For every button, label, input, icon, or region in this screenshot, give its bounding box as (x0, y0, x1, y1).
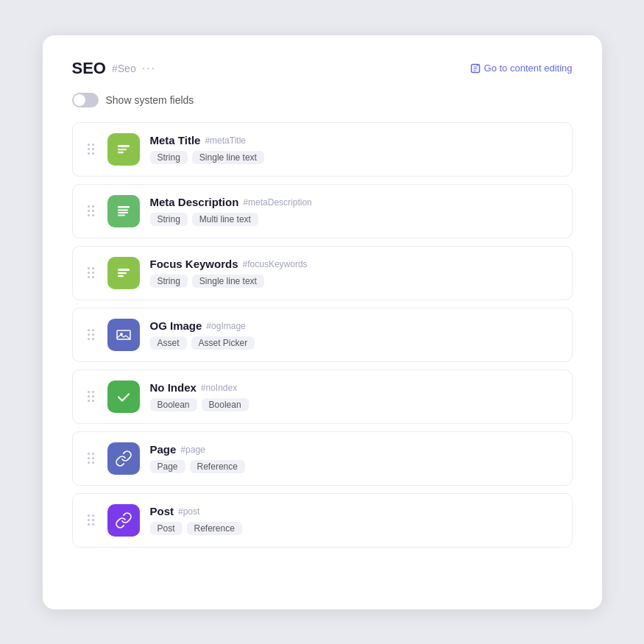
edit-icon (470, 63, 481, 74)
page-hash: #Seo (112, 63, 136, 74)
field-name: Meta Title (150, 134, 201, 146)
field-tags: String Multi line text (150, 213, 560, 226)
field-icon-meta-title (107, 133, 140, 166)
field-api: #page (180, 445, 205, 455)
drag-handle[interactable] (85, 142, 97, 156)
field-name: OG Image (150, 319, 202, 332)
field-info-post: Post #post Post Reference (150, 505, 560, 535)
field-name: Meta Description (150, 196, 239, 208)
drag-handle[interactable] (85, 204, 97, 218)
field-info-meta-description: Meta Description #metaDescription String… (150, 196, 560, 226)
field-icon-page (107, 442, 140, 475)
field-api: #focusKeywords (243, 259, 308, 269)
field-item-meta-description: Meta Description #metaDescription String… (72, 184, 573, 238)
field-info-page: Page #page Page Reference (150, 443, 560, 473)
tag-type: Boolean (202, 398, 249, 411)
tag-asset: Asset (150, 336, 187, 350)
system-fields-toggle-row: Show system fields (72, 93, 573, 107)
tag-type: Single line text (192, 275, 264, 288)
go-to-editing-link[interactable]: Go to content editing (470, 63, 573, 74)
field-icon-focus-keywords (107, 257, 140, 289)
svg-rect-6 (118, 212, 128, 213)
fields-list: Meta Title #metaTitle String Single line… (72, 122, 573, 548)
field-tags: Boolean Boolean (150, 398, 560, 411)
field-icon-meta-description (107, 195, 140, 227)
field-tags: String Single line text (150, 275, 560, 288)
more-options-button[interactable]: ··· (142, 62, 156, 75)
header: SEO #Seo ··· Go to content editing (72, 59, 573, 78)
field-info-no-index: No Index #noIndex Boolean Boolean (150, 381, 560, 411)
drag-handle[interactable] (85, 451, 97, 465)
field-icon-no-index (107, 381, 140, 413)
svg-rect-2 (118, 149, 127, 150)
tag-type: Asset Picker (191, 336, 255, 350)
field-api: #ogImage (206, 321, 245, 331)
field-item-og-image: OG Image #ogImage Asset Asset Picker (72, 308, 573, 362)
tag-string: String (150, 213, 188, 226)
svg-rect-8 (118, 269, 130, 271)
tag-type: Reference (187, 522, 242, 535)
field-name: No Index (150, 381, 197, 394)
field-item-post: Post #post Post Reference (72, 493, 573, 548)
svg-rect-7 (118, 214, 125, 216)
page-title: SEO (72, 59, 106, 78)
tag-page: Page (150, 460, 185, 473)
field-item-meta-title: Meta Title #metaTitle String Single line… (72, 122, 573, 177)
field-item-page: Page #page Page Reference (72, 431, 573, 486)
field-tags: String Single line text (150, 151, 560, 164)
header-right: Go to content editing (470, 63, 573, 74)
svg-rect-10 (118, 275, 124, 277)
field-info-focus-keywords: Focus Keywords #focusKeywords String Sin… (150, 258, 560, 288)
svg-rect-3 (118, 152, 124, 153)
svg-rect-4 (118, 206, 130, 208)
field-api: #metaTitle (205, 135, 246, 146)
tag-string: String (150, 151, 188, 164)
field-item-no-index: No Index #noIndex Boolean Boolean (72, 369, 573, 424)
svg-rect-9 (118, 272, 127, 274)
field-icon-post (107, 504, 140, 537)
tag-type: Single line text (192, 151, 264, 164)
tag-type: Reference (190, 460, 245, 473)
field-tags: Post Reference (150, 522, 560, 535)
field-name: Focus Keywords (150, 258, 238, 270)
drag-handle[interactable] (85, 266, 97, 280)
tag-boolean: Boolean (150, 398, 197, 411)
field-tags: Asset Asset Picker (150, 336, 560, 350)
drag-handle[interactable] (85, 513, 97, 527)
field-name: Page (150, 443, 177, 456)
svg-rect-5 (118, 209, 128, 210)
drag-handle[interactable] (85, 328, 97, 342)
drag-handle[interactable] (85, 389, 97, 403)
field-icon-og-image (107, 319, 140, 351)
field-api: #metaDescription (243, 197, 311, 208)
svg-rect-1 (118, 145, 130, 147)
system-fields-toggle[interactable] (72, 93, 99, 107)
field-info-og-image: OG Image #ogImage Asset Asset Picker (150, 319, 560, 350)
tag-type: Multi line text (192, 213, 258, 226)
field-tags: Page Reference (150, 460, 560, 473)
header-left: SEO #Seo ··· (72, 59, 157, 78)
tag-post: Post (150, 522, 183, 535)
tag-string: String (150, 275, 188, 288)
field-name: Post (150, 505, 174, 517)
system-fields-label: Show system fields (106, 94, 194, 106)
field-api: #noIndex (201, 383, 237, 393)
main-card: SEO #Seo ··· Go to content editing Show … (43, 35, 602, 609)
field-api: #post (178, 506, 199, 517)
field-info-meta-title: Meta Title #metaTitle String Single line… (150, 134, 560, 164)
field-item-focus-keywords: Focus Keywords #focusKeywords String Sin… (72, 246, 573, 300)
